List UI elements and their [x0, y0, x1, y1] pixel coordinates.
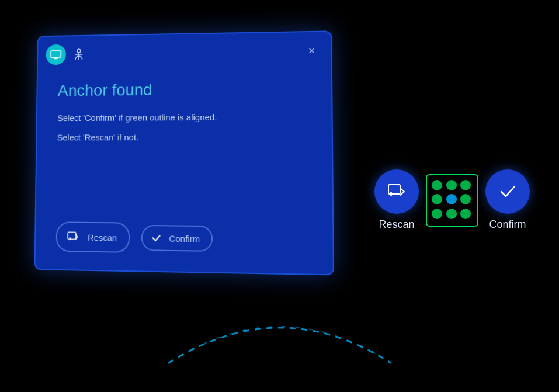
- dialog-desc-2: Select 'Rescan' if not.: [57, 130, 310, 144]
- screen-icon-button: [46, 44, 66, 65]
- close-button[interactable]: ×: [303, 43, 320, 60]
- dialog-title: Anchor found: [58, 79, 310, 100]
- arc-svg: [134, 287, 426, 369]
- ar-confirm-group: Confirm: [485, 169, 530, 231]
- ar-rescan-button[interactable]: [374, 169, 419, 214]
- ar-rescan-group: Rescan: [374, 169, 419, 231]
- grid-dot-4: [432, 194, 442, 204]
- dialog-desc-1: Select 'Confirm' if green outline is ali…: [57, 110, 310, 125]
- svg-rect-2: [68, 232, 76, 239]
- ar-controls: Rescan Confirm: [374, 169, 530, 231]
- grid-dot-7: [432, 209, 442, 219]
- screen-icon: [50, 50, 61, 60]
- rescan-label: Rescan: [88, 232, 117, 242]
- ar-confirm-label: Confirm: [489, 218, 526, 231]
- svg-rect-3: [388, 185, 400, 194]
- svg-rect-0: [51, 51, 61, 58]
- arc-indicator: [134, 287, 426, 369]
- grid-dot-8: [446, 209, 457, 219]
- dialog-body: Anchor found Select 'Confirm' if green o…: [37, 67, 332, 162]
- confirm-button[interactable]: Confirm: [141, 225, 213, 252]
- grid-dot-2: [446, 180, 457, 190]
- dialog-titlebar: ×: [38, 32, 331, 71]
- rescan-button[interactable]: Rescan: [56, 221, 130, 253]
- ar-rescan-label: Rescan: [379, 218, 414, 231]
- grid-dot-1: [432, 180, 442, 190]
- grid-dot-3: [460, 180, 471, 190]
- svg-point-1: [77, 49, 81, 53]
- rescan-icon: [64, 227, 82, 246]
- ar-confirm-button[interactable]: [485, 169, 530, 214]
- dialog-footer: Rescan Confirm: [56, 221, 213, 254]
- anchor-icon: [72, 48, 85, 61]
- ar-anchor-grid: [426, 174, 478, 227]
- check-icon: [149, 231, 163, 245]
- titlebar-left: [46, 44, 85, 65]
- grid-dot-6: [460, 194, 471, 204]
- grid-dot-9: [460, 209, 471, 219]
- anchor-found-dialog: × Anchor found Select 'Confirm' if green…: [34, 30, 334, 275]
- confirm-label: Confirm: [169, 233, 200, 244]
- grid-dot-center: [446, 194, 457, 204]
